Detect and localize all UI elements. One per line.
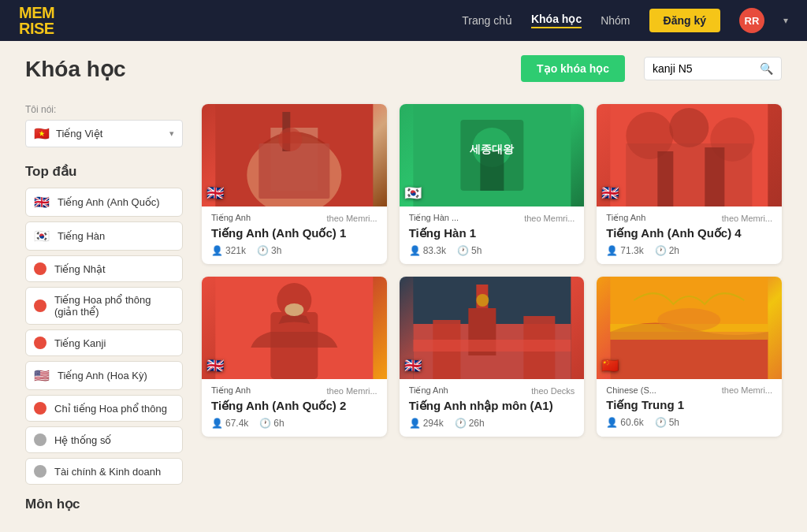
card-language: Chinese (S... [606,385,656,395]
language-chevron-icon: ▾ [169,128,174,139]
nav-home[interactable]: Trang chủ [462,14,512,27]
course-card-6[interactable]: Chinese (S... theo Memri... Tiếng Trung … [597,277,782,437]
course-image-5 [400,277,585,379]
card-stats-1: 👤321k 🕐3h [211,245,377,256]
sidebar-item-finance[interactable]: Tài chính & Kinh doanh [25,458,183,485]
logo[interactable]: MEMRISE [19,5,54,36]
card-language: Tiếng Hàn ... [409,213,459,223]
sidebar-item-number-system[interactable]: Hệ thống số [25,426,183,453]
svg-point-21 [284,303,303,316]
course-image-2: 세종대왕 [400,104,585,206]
course-image-6 [597,277,782,379]
clock-icon: 🕐 [257,245,269,256]
course-card-1[interactable]: Tiếng Anh theo Memri... Tiếng Anh (Anh Q… [202,104,387,264]
navbar: MEMRISE Trang chủ Khóa học Nhóm Đăng ký … [0,0,807,41]
search-input[interactable] [653,62,755,75]
svg-rect-28 [413,340,571,352]
search-box: 🔍 [644,57,782,80]
sidebar-item-label: Hệ thống số [54,434,111,446]
card-meta-3: Tiếng Anh theo Memri... [606,213,772,223]
card-language: Tiếng Anh [409,385,448,396]
card-author: theo Memri... [722,385,772,395]
dot-red-icon [34,402,46,415]
clock-icon: 🕐 [655,417,667,428]
card-stats-3: 👤71.3k 🕐2h [606,245,772,256]
card-stats-6: 👤60.6k 🕐5h [606,417,772,428]
card-flag-icon [206,184,224,202]
card-info-3: Tiếng Anh theo Memri... Tiếng Anh (Anh Q… [597,206,782,264]
top-heading: Top đầu [25,163,183,180]
sidebar-item-japanese[interactable]: Tiếng Nhật [25,255,183,282]
card-title-5: Tiếng Anh nhập môn (A1) [409,399,575,413]
student-count: 👤83.3k [409,245,446,256]
sidebar-item-kanji[interactable]: Tiếng Kanji [25,329,183,356]
sidebar-item-label: Tài chính & Kinh doanh [54,466,161,478]
svg-rect-3 [258,143,329,199]
card-info-1: Tiếng Anh theo Memri... Tiếng Anh (Anh Q… [202,206,387,264]
duration: 🕐26h [455,418,485,429]
duration: 🕐3h [257,245,281,256]
student-count: 👤294k [409,418,444,429]
card-info-4: Tiếng Anh theo Memri... Tiếng Anh (Anh Q… [202,379,387,437]
dot-red-icon [34,299,46,312]
nav-groups[interactable]: Nhóm [601,14,630,27]
card-title-4: Tiếng Anh (Anh Quốc) 2 [211,399,377,413]
dot-gray-icon [34,433,46,446]
card-author: theo Memri... [326,214,377,223]
course-card-2[interactable]: 세종대왕 Tiếng Hàn ... theo Memri... Tiếng H… [400,104,585,264]
students-icon: 👤 [606,245,618,256]
clock-icon: 🕐 [655,245,667,256]
sidebar-item-chinese-simplified[interactable]: Tiếng Hoa phổ thông (giản thể) [25,287,183,325]
course-image-4 [202,277,387,379]
card-author: theo Memri... [524,214,575,223]
duration: 🕐5h [655,417,679,428]
avatar[interactable]: RR [739,8,764,33]
course-image-1 [202,104,387,206]
clock-icon: 🕐 [457,245,469,256]
course-card-5[interactable]: Tiếng Anh theo Decks Tiếng Anh nhập môn … [400,277,585,437]
flag-kr-icon [34,229,50,244]
language-flag-icon [34,126,50,141]
card-meta-2: Tiếng Hàn ... theo Memri... [409,213,575,223]
svg-rect-9 [480,151,504,191]
language-selector[interactable]: Tiếng Việt ▾ [25,120,183,147]
flag-uk-icon [34,195,50,210]
course-card-3[interactable]: Tiếng Anh theo Memri... Tiếng Anh (Anh Q… [597,104,782,264]
page-title: Khóa học [25,56,502,82]
student-count: 👤71.3k [606,245,643,256]
sidebar-item-english-uk[interactable]: Tiếng Anh (Anh Quốc) [25,188,183,217]
svg-point-29 [476,294,489,307]
svg-point-13 [670,108,709,147]
svg-point-33 [658,308,721,332]
card-language: Tiếng Anh [211,213,251,223]
search-icon[interactable]: 🔍 [760,62,773,75]
create-course-button[interactable]: Tạo khóa học [521,55,625,82]
svg-rect-17 [705,147,725,206]
nav-courses[interactable]: Khóa học [531,13,582,28]
page-content: Tôi nói: Tiếng Việt ▾ Top đầu Tiếng Anh … [0,82,807,532]
sidebar-item-label: Tiếng Nhật [54,263,106,275]
sidebar-item-chinese-mandarin[interactable]: Chỉ tiếng Hoa phổ thông [25,395,183,422]
students-icon: 👤 [409,245,421,256]
course-card-4[interactable]: Tiếng Anh theo Memri... Tiếng Anh (Anh Q… [202,277,387,437]
svg-point-5 [278,128,302,151]
student-count: 👤67.4k [211,418,248,429]
card-flag-icon [206,357,224,374]
students-icon: 👤 [606,417,618,428]
avatar-chevron-icon[interactable]: ▾ [783,15,788,26]
nav-links: Trang chủ Khóa học Nhóm Đăng ký RR ▾ [462,8,788,33]
card-title-2: Tiếng Hàn 1 [409,226,575,240]
card-language: Tiếng Anh [211,385,251,396]
course-grid: Tiếng Anh theo Memri... Tiếng Anh (Anh Q… [202,104,782,515]
card-flag-icon [601,184,619,202]
course-image-3 [597,104,782,206]
card-meta-4: Tiếng Anh theo Memri... [211,385,377,396]
flag-us-icon [34,368,50,383]
card-title-3: Tiếng Anh (Anh Quốc) 4 [606,226,772,240]
sidebar-item-korean[interactable]: Tiếng Hàn [25,221,183,251]
signup-button[interactable]: Đăng ký [649,9,720,32]
sidebar-item-english-us[interactable]: Tiếng Anh (Hoa Kỳ) [25,361,183,390]
dot-red-icon [34,262,46,275]
card-language: Tiếng Anh [606,213,645,223]
card-stats-4: 👤67.4k 🕐6h [211,418,377,429]
